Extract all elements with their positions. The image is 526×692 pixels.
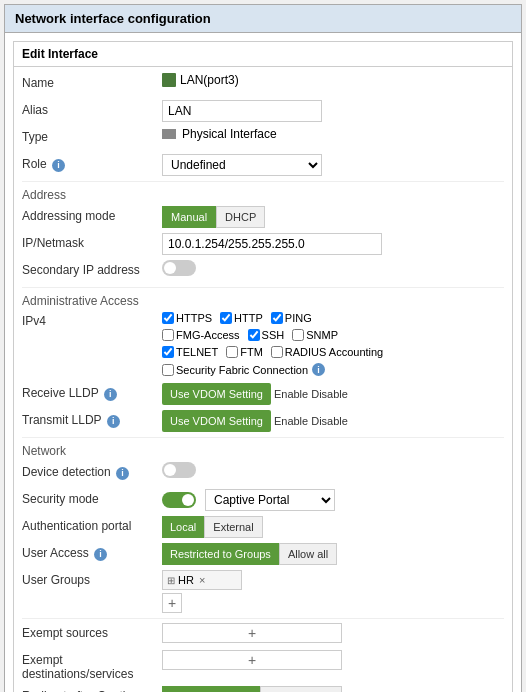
ipv4-label: IPv4 — [22, 312, 162, 328]
checkbox-row-2: FMG-Access SSH SNMP — [162, 329, 346, 343]
user-groups-label: User Groups — [22, 570, 162, 587]
receive-lldp-enable-link[interactable]: Enable — [274, 388, 308, 400]
auth-portal-local-btn[interactable]: Local — [162, 516, 204, 538]
user-access-value: Restricted to Groups Allow all — [162, 543, 504, 565]
snmp-checkbox[interactable] — [292, 329, 304, 341]
fmg-checkbox[interactable] — [162, 329, 174, 341]
device-detection-thumb — [164, 464, 176, 476]
addressing-mode-label: Addressing mode — [22, 206, 162, 223]
alias-input[interactable] — [162, 100, 322, 122]
device-detection-value — [162, 462, 504, 478]
radius-checkbox-item[interactable]: RADIUS Accounting — [271, 346, 383, 358]
secondary-ip-label: Secondary IP address — [22, 260, 162, 277]
auth-portal-external-btn[interactable]: External — [204, 516, 262, 538]
receive-lldp-info-icon[interactable]: i — [104, 388, 117, 401]
transmit-lldp-label-container: Transmit LLDP i — [22, 410, 162, 428]
secfabric-checkbox[interactable] — [162, 364, 174, 376]
https-checkbox-item[interactable]: HTTPS — [162, 312, 212, 324]
exempt-sources-add-btn[interactable]: + — [248, 625, 256, 641]
exempt-dest-add-btn[interactable]: + — [248, 652, 256, 668]
transmit-lldp-info-icon[interactable]: i — [107, 415, 120, 428]
restricted-to-groups-btn[interactable]: Restricted to Groups — [162, 543, 279, 565]
ftm-checkbox-item[interactable]: FTM — [226, 346, 263, 358]
ip-netmask-label: IP/Netmask — [22, 233, 162, 250]
divider-3 — [22, 437, 504, 438]
secfabric-checkbox-item[interactable]: Security Fabric Connection i — [162, 363, 325, 376]
security-mode-toggle[interactable] — [162, 492, 196, 508]
ssh-checkbox[interactable] — [248, 329, 260, 341]
security-mode-select[interactable]: Captive Portal — [205, 489, 335, 511]
ssh-checkbox-item[interactable]: SSH — [248, 329, 285, 341]
secondary-ip-toggle[interactable] — [162, 260, 196, 276]
user-group-tag: ⊞ HR × — [162, 570, 242, 590]
addressing-mode-row: Addressing mode Manual DHCP — [22, 206, 504, 228]
https-checkbox[interactable] — [162, 312, 174, 324]
allow-all-btn[interactable]: Allow all — [279, 543, 337, 565]
http-checkbox[interactable] — [220, 312, 232, 324]
user-access-info-icon[interactable]: i — [94, 548, 107, 561]
role-select[interactable]: Undefined — [162, 154, 322, 176]
ping-checkbox[interactable] — [271, 312, 283, 324]
radius-checkbox[interactable] — [271, 346, 283, 358]
role-info-icon[interactable]: i — [52, 159, 65, 172]
alias-row: Alias — [22, 100, 504, 122]
admin-access-section-header: Administrative Access — [22, 294, 504, 308]
role-label: Role — [22, 157, 47, 171]
exempt-dest-label: Exempt destinations/services — [22, 650, 162, 681]
type-label: Type — [22, 127, 162, 144]
ssh-label: SSH — [262, 329, 285, 341]
exempt-sources-input: + — [162, 623, 342, 643]
secondary-ip-thumb — [164, 262, 176, 274]
name-display: LAN(port3) — [162, 73, 239, 87]
ipv4-checkboxes: HTTPS HTTP PING — [162, 312, 504, 378]
transmit-lldp-enable-link[interactable]: Enable — [274, 415, 308, 427]
add-group-btn[interactable]: + — [162, 593, 182, 613]
divider-2 — [22, 287, 504, 288]
type-text: Physical Interface — [182, 127, 277, 141]
device-detection-toggle[interactable] — [162, 462, 196, 478]
auth-portal-group: Local External — [162, 516, 263, 538]
inner-title: Edit Interface — [14, 42, 512, 67]
role-row: Role i Undefined — [22, 154, 504, 176]
checkbox-row-1: HTTPS HTTP PING — [162, 312, 320, 326]
inner-panel: Edit Interface Name LAN(port3) Alias — [13, 41, 513, 692]
ping-label: PING — [285, 312, 312, 324]
ip-netmask-input[interactable] — [162, 233, 382, 255]
exempt-sources-value: + — [162, 623, 504, 643]
type-row: Type Physical Interface — [22, 127, 504, 149]
remove-group-btn[interactable]: × — [199, 574, 205, 586]
fmg-checkbox-item[interactable]: FMG-Access — [162, 329, 240, 341]
name-row: Name LAN(port3) — [22, 73, 504, 95]
alias-value-container — [162, 100, 504, 122]
original-request-btn[interactable]: Original Request — [162, 686, 260, 692]
name-label: Name — [22, 73, 162, 90]
captive-portal-container: Captive Portal — [205, 489, 335, 511]
user-access-group: Restricted to Groups Allow all — [162, 543, 337, 565]
secondary-ip-value — [162, 260, 504, 276]
interface-icon — [162, 73, 176, 87]
group-icon: ⊞ — [167, 575, 175, 586]
exempt-dest-input: + — [162, 650, 342, 670]
redirect-value: Original Request Specific URL — [162, 686, 504, 692]
ftm-checkbox[interactable] — [226, 346, 238, 358]
exempt-sources-label: Exempt sources — [22, 623, 162, 640]
transmit-lldp-disable-link[interactable]: Disable — [311, 415, 348, 427]
manual-btn[interactable]: Manual — [162, 206, 216, 228]
dhcp-btn[interactable]: DHCP — [216, 206, 265, 228]
http-checkbox-item[interactable]: HTTP — [220, 312, 263, 324]
telnet-checkbox[interactable] — [162, 346, 174, 358]
panel-title: Network interface configuration — [5, 5, 521, 33]
auth-portal-value: Local External — [162, 516, 504, 538]
transmit-lldp-vdom-btn[interactable]: Use VDOM Setting — [162, 410, 271, 432]
ping-checkbox-item[interactable]: PING — [271, 312, 312, 324]
receive-lldp-vdom-btn[interactable]: Use VDOM Setting — [162, 383, 271, 405]
snmp-label: SNMP — [306, 329, 338, 341]
secfabric-info-icon[interactable]: i — [312, 363, 325, 376]
exempt-dest-row: Exempt destinations/services + — [22, 650, 504, 681]
snmp-checkbox-item[interactable]: SNMP — [292, 329, 338, 341]
user-groups-value: ⊞ HR × + — [162, 570, 504, 613]
telnet-checkbox-item[interactable]: TELNET — [162, 346, 218, 358]
device-detection-info-icon[interactable]: i — [116, 467, 129, 480]
receive-lldp-disable-link[interactable]: Disable — [311, 388, 348, 400]
specific-url-btn[interactable]: Specific URL — [260, 686, 342, 692]
